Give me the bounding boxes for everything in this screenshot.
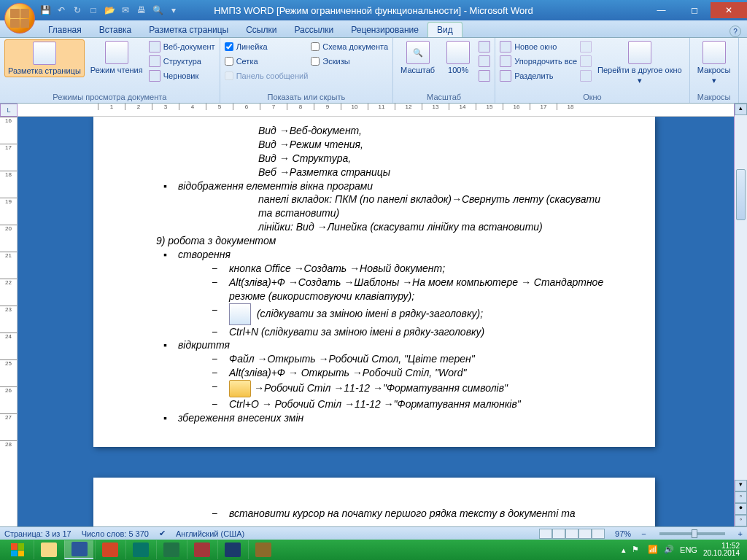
zoom-button[interactable]: 🔍Масштаб bbox=[398, 39, 438, 76]
tab-page-layout[interactable]: Разметка страницы bbox=[140, 23, 237, 37]
switch-windows-button[interactable]: Перейти в другое окно▾ bbox=[595, 39, 685, 86]
tab-insert[interactable]: Вставка bbox=[90, 23, 141, 37]
tab-selector[interactable]: L bbox=[0, 104, 18, 117]
doc-text: панелі вкладок: ПКМ (по панелі вкладок)→… bbox=[258, 192, 614, 220]
task-word[interactable] bbox=[64, 540, 93, 559]
tab-mailings[interactable]: Рассылки bbox=[285, 23, 342, 37]
doc-dash: (слідкувати за зміною імені в рядку-заго… bbox=[229, 303, 614, 325]
zoom-slider-thumb[interactable] bbox=[692, 529, 697, 538]
status-words[interactable]: Число слов: 5 370 bbox=[82, 529, 149, 538]
group-show-hide: Линейка Сетка Панель сообщений Схема док… bbox=[220, 38, 393, 103]
office-button[interactable] bbox=[4, 3, 35, 34]
print-layout-view-button[interactable] bbox=[539, 529, 552, 539]
tray-network-icon[interactable]: 📶 bbox=[648, 545, 658, 555]
vertical-scrollbar[interactable]: ▴ ▾ ◦ ● ◦ bbox=[734, 104, 747, 526]
status-language[interactable]: Английский (США) bbox=[176, 529, 244, 538]
task-kmplayer[interactable] bbox=[217, 540, 247, 559]
zoom-in-button[interactable]: + bbox=[738, 529, 743, 538]
print-icon[interactable]: 🖶 bbox=[136, 4, 147, 16]
arrange-all-button[interactable]: Упорядочить все bbox=[500, 54, 577, 69]
prev-page-button[interactable]: ◦ bbox=[735, 491, 747, 503]
undo-icon[interactable]: ↶ bbox=[55, 4, 67, 16]
outline-view-button[interactable] bbox=[578, 529, 592, 539]
task-excel[interactable] bbox=[156, 540, 185, 559]
outline-button[interactable]: Структура bbox=[149, 54, 215, 69]
draft-button[interactable]: Черновик bbox=[149, 69, 215, 83]
start-button[interactable] bbox=[3, 540, 32, 559]
doc-numbered: 9) робота з документом bbox=[156, 234, 614, 248]
open-icon[interactable]: 📂 bbox=[104, 4, 115, 16]
draft-view-button[interactable] bbox=[592, 529, 605, 539]
task-access[interactable] bbox=[187, 540, 216, 559]
macros-icon bbox=[703, 41, 726, 64]
one-page-button[interactable] bbox=[479, 39, 490, 54]
ribbon: Разметка страницы Режим чтения Веб-докум… bbox=[0, 38, 747, 104]
zoom-slider[interactable] bbox=[659, 532, 725, 535]
doc-text: лінійки: Вид →Линейка (скасувати лінійку… bbox=[258, 220, 614, 234]
split-icon bbox=[500, 70, 511, 82]
document-page[interactable]: Вид →Веб-документ, Вид →Режим чтения, Ви… bbox=[93, 117, 655, 447]
tab-references[interactable]: Ссылки bbox=[237, 23, 285, 37]
email-icon[interactable]: ✉ bbox=[120, 4, 131, 16]
window-controls: — ◻ ✕ bbox=[645, 2, 747, 18]
close-button[interactable]: ✕ bbox=[711, 2, 747, 18]
scroll-up-button[interactable]: ▴ bbox=[735, 104, 747, 115]
zoom-100-button[interactable]: 100% bbox=[441, 39, 476, 76]
task-explorer[interactable] bbox=[34, 540, 63, 559]
save-icon[interactable]: 💾 bbox=[39, 4, 51, 16]
switch-icon bbox=[628, 41, 651, 64]
tray-up-icon[interactable]: ▴ bbox=[622, 545, 626, 555]
zoom-out-button[interactable]: − bbox=[641, 529, 646, 538]
reading-mode-button[interactable]: Режим чтения bbox=[88, 39, 146, 76]
doc-dash: Alt(зліва)+Ф →Создать →Шаблоны →На моем … bbox=[229, 276, 614, 303]
task-app[interactable] bbox=[248, 540, 277, 559]
task-publisher[interactable] bbox=[125, 540, 155, 559]
macros-button[interactable]: Макросы▾ bbox=[694, 39, 734, 86]
tab-home[interactable]: Главная bbox=[39, 23, 90, 37]
chevron-down-icon: ▾ bbox=[638, 76, 642, 85]
help-icon[interactable]: ? bbox=[729, 26, 741, 37]
ribbon-tabs: Главная Вставка Разметка страницы Ссылки… bbox=[0, 20, 747, 38]
zoom-level[interactable]: 97% bbox=[615, 529, 631, 538]
split-button[interactable]: Разделить bbox=[500, 69, 577, 83]
tray-language[interactable]: ENG bbox=[680, 545, 697, 554]
ruler-checkbox[interactable]: Линейка bbox=[225, 39, 309, 54]
tray-volume-icon[interactable]: 🔊 bbox=[664, 545, 674, 555]
view-side-button[interactable] bbox=[580, 39, 592, 54]
message-bar-checkbox[interactable]: Панель сообщений bbox=[225, 69, 309, 83]
page-width-button[interactable] bbox=[479, 69, 490, 83]
document-workspace[interactable]: Вид →Веб-документ, Вид →Режим чтения, Ви… bbox=[18, 117, 734, 526]
minimize-button[interactable]: — bbox=[645, 2, 678, 18]
preview-icon[interactable]: 🔍 bbox=[152, 4, 163, 16]
reset-pos-button[interactable] bbox=[580, 69, 592, 83]
maximize-button[interactable]: ◻ bbox=[678, 2, 711, 18]
horizontal-ruler[interactable]: 123456789101112131415161718 bbox=[18, 104, 734, 117]
web-view-button[interactable] bbox=[565, 529, 578, 539]
sync-scroll-button[interactable] bbox=[580, 54, 592, 69]
thumbnails-checkbox[interactable]: Эскизы bbox=[311, 54, 388, 69]
scroll-thumb[interactable] bbox=[736, 169, 746, 220]
redo-icon[interactable]: ↻ bbox=[71, 4, 83, 16]
status-spellcheck-icon[interactable]: ✔ bbox=[159, 529, 166, 538]
browse-object-button[interactable]: ● bbox=[735, 503, 747, 515]
new-icon[interactable]: □ bbox=[88, 4, 99, 16]
reading-view-button[interactable] bbox=[552, 529, 565, 539]
new-window-button[interactable]: Новое окно bbox=[500, 39, 577, 54]
next-page-button[interactable]: ◦ bbox=[735, 515, 747, 526]
tab-review[interactable]: Рецензирование bbox=[342, 23, 427, 37]
tab-view[interactable]: Вид bbox=[427, 22, 462, 37]
gridlines-checkbox[interactable]: Сетка bbox=[225, 54, 309, 69]
doc-map-checkbox[interactable]: Схема документа bbox=[311, 39, 388, 54]
task-powerpoint[interactable] bbox=[95, 540, 124, 559]
doc-text: Веб →Разметка страницы bbox=[258, 166, 614, 179]
qat-dropdown-icon[interactable]: ▾ bbox=[168, 4, 179, 16]
web-layout-button[interactable]: Веб-документ bbox=[149, 39, 215, 54]
document-page-next[interactable]: встановити курсор на початку першого ряд… bbox=[93, 478, 655, 526]
vertical-ruler[interactable]: 16171819202122232425262728 bbox=[0, 117, 18, 526]
print-layout-button[interactable]: Разметка страницы bbox=[4, 39, 85, 77]
tray-flag-icon[interactable]: ⚑ bbox=[632, 545, 642, 555]
status-page[interactable]: Страница: 3 из 17 bbox=[4, 529, 71, 538]
tray-clock[interactable]: 11:5220.10.2014 bbox=[703, 542, 740, 558]
two-pages-button[interactable] bbox=[479, 54, 490, 69]
scroll-down-button[interactable]: ▾ bbox=[735, 480, 747, 491]
